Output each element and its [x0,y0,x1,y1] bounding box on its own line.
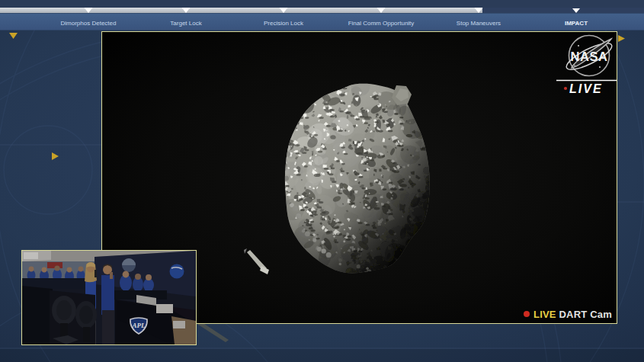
svg-text:Precision Lock: Precision Lock [264,20,304,27]
svg-text:Dimorphos Detected: Dimorphos Detected [61,20,117,27]
svg-text:Target Lock: Target Lock [170,20,202,27]
svg-text:Final Comm Opportunity: Final Comm Opportunity [348,20,415,27]
svg-text:IMPACT: IMPACT [565,20,588,27]
svg-text:Stop Maneuvers: Stop Maneuvers [457,20,501,27]
svg-text:NASA: NASA [571,50,608,63]
svg-text:LIVE: LIVE [569,82,603,95]
